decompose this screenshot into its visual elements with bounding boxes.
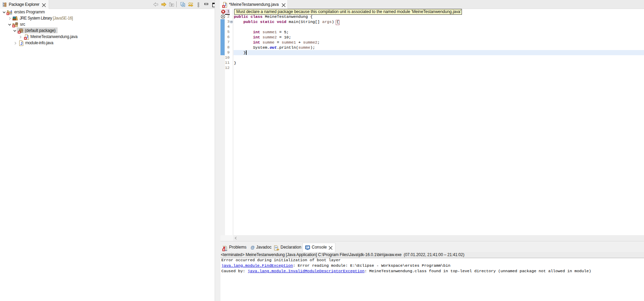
svg-text:J: J — [21, 41, 23, 45]
svg-text:J: J — [10, 10, 12, 13]
